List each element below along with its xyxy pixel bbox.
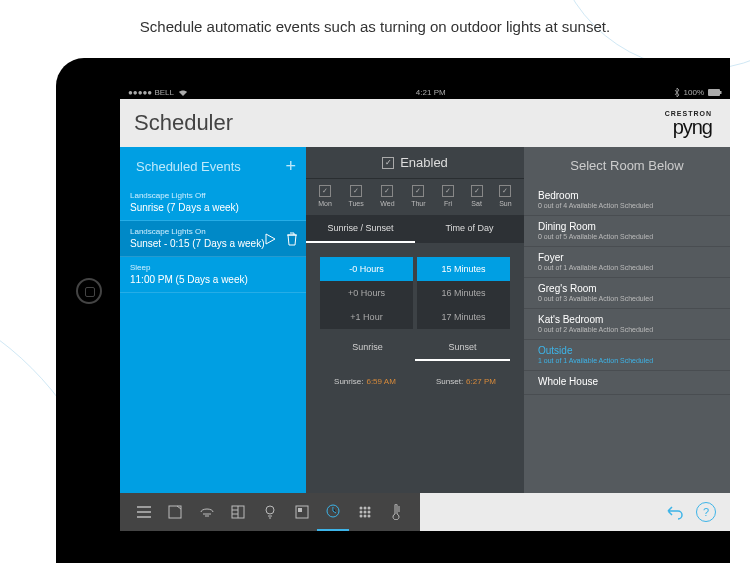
svg-point-8 [359,507,362,510]
day-label: Sat [471,200,483,207]
room-name: Foyer [538,252,716,263]
room-item[interactable]: Whole House [524,371,730,395]
room-detail: 0 out of 2 Available Action Scheduled [538,326,716,333]
day-label: Fri [442,200,454,207]
picker-minute-option[interactable]: 17 Minutes [417,305,510,329]
day-label: Tues [348,200,363,207]
app-screen: Scheduler CRESTRON pyng Scheduled Events… [120,99,730,531]
day-label: Wed [380,200,394,207]
tab-sunset[interactable]: Sunset [415,335,510,361]
delete-icon[interactable] [284,231,300,247]
bottom-toolbar: ? [120,493,730,531]
day-checkbox-tues[interactable]: ✓ [350,185,362,197]
grid-icon[interactable] [349,493,381,531]
thermostat-icon[interactable] [381,493,413,531]
sunset-time: 6:27 PM [466,377,496,386]
rooms-panel-title: Select Room Below [524,147,730,185]
room-detail: 0 out of 1 Available Action Scheduled [538,264,716,271]
event-detail: 11:00 PM (5 Days a week) [130,274,296,285]
rooms-panel: Select Room Below Bedroom 0 out of 4 Ava… [524,147,730,493]
day-checkbox-wed[interactable]: ✓ [381,185,393,197]
room-item[interactable]: Bedroom 0 out of 4 Available Action Sche… [524,185,730,216]
event-item[interactable]: Sleep 11:00 PM (5 Days a week) [120,257,306,293]
menu-button[interactable] [128,493,160,531]
events-panel: Scheduled Events + Landscape Lights Off … [120,147,306,493]
undo-button[interactable] [664,502,686,522]
room-detail: 0 out of 4 Available Action Scheduled [538,202,716,209]
battery-pct: 100% [684,86,704,99]
picker-hour-option[interactable]: +1 Hour [320,305,413,329]
app-header: Scheduler CRESTRON pyng [120,99,730,147]
enabled-checkbox[interactable]: ✓ [382,157,394,169]
lights-icon[interactable] [254,493,286,531]
add-event-button[interactable]: + [285,156,296,177]
svg-point-10 [367,507,370,510]
help-button[interactable]: ? [696,502,716,522]
tablet-home-button[interactable] [76,278,102,304]
room-item[interactable]: Dining Room 0 out of 5 Available Action … [524,216,730,247]
day-checkbox-sat[interactable]: ✓ [471,185,483,197]
room-item[interactable]: Greg's Room 0 out of 3 Available Action … [524,278,730,309]
room-item[interactable]: Kat's Bedroom 0 out of 2 Available Actio… [524,309,730,340]
picker-hour-option[interactable]: +0 Hours [320,281,413,305]
svg-point-4 [266,506,274,514]
room-detail: 0 out of 5 Available Action Scheduled [538,233,716,240]
status-time: 4:21 PM [416,86,446,99]
enabled-label: Enabled [400,155,448,170]
room-name: Kat's Bedroom [538,314,716,325]
day-checkbox-thur[interactable]: ✓ [412,185,424,197]
svg-point-13 [367,511,370,514]
marketing-caption: Schedule automatic events such as turnin… [0,0,750,49]
svg-rect-6 [298,508,302,512]
room-detail: 1 out of 1 Available Action Scheduled [538,357,716,364]
day-checkbox-mon[interactable]: ✓ [319,185,331,197]
svg-rect-1 [720,91,722,94]
event-name: Landscape Lights Off [130,191,296,200]
day-label: Sun [499,200,511,207]
svg-point-15 [363,515,366,518]
room-name: Greg's Room [538,283,716,294]
event-detail: Sunrise (7 Days a week) [130,202,296,213]
event-name: Sleep [130,263,296,272]
room-name: Outside [538,345,716,356]
svg-rect-0 [708,89,720,96]
sunset-label: Sunset: [436,377,463,386]
status-bar: ●●●●● BELL 4:21 PM 100% [120,86,730,99]
scheduler-icon[interactable] [317,493,349,531]
carrier-label: ●●●●● BELL [128,86,174,99]
scene-icon[interactable] [286,493,318,531]
tablet-frame: ●●●●● BELL 4:21 PM 100% Scheduler CRESTR… [56,58,730,563]
time-offset-picker[interactable]: -0 Hours +0 Hours +1 Hour 15 Minutes 16 … [320,257,510,329]
day-checkbox-fri[interactable]: ✓ [442,185,454,197]
bluetooth-icon [674,88,680,97]
room-item[interactable]: Foyer 0 out of 1 Available Action Schedu… [524,247,730,278]
room-detail: 0 out of 3 Available Action Scheduled [538,295,716,302]
svg-point-12 [363,511,366,514]
tab-sunrise[interactable]: Sunrise [320,335,415,361]
room-name: Bedroom [538,190,716,201]
brand-logo: CRESTRON pyng [665,110,712,137]
picker-minute-option[interactable]: 15 Minutes [417,257,510,281]
events-panel-title: Scheduled Events [136,159,241,174]
svg-point-9 [363,507,366,510]
page-title: Scheduler [134,110,233,136]
sunrise-time: 6:59 AM [366,377,395,386]
brand-name: pyng [665,117,712,137]
play-icon[interactable] [262,231,278,247]
picker-hour-option[interactable]: -0 Hours [320,257,413,281]
tab-sunrise-sunset[interactable]: Sunrise / Sunset [306,215,415,243]
room-icon[interactable] [160,493,192,531]
day-checkbox-sun[interactable]: ✓ [499,185,511,197]
day-label: Mon [318,200,332,207]
day-label: Thur [411,200,425,207]
shades-icon[interactable] [223,493,255,531]
days-row: ✓Mon ✓Tues ✓Wed ✓Thur ✓Fri ✓Sat ✓Sun [306,179,524,215]
event-item-selected[interactable]: Landscape Lights On Sunset - 0:15 (7 Day… [120,221,306,257]
sunrise-label: Sunrise: [334,377,363,386]
tab-time-of-day[interactable]: Time of Day [415,215,524,243]
device-icon[interactable] [191,493,223,531]
room-name: Whole House [538,376,716,387]
picker-minute-option[interactable]: 16 Minutes [417,281,510,305]
event-item[interactable]: Landscape Lights Off Sunrise (7 Days a w… [120,185,306,221]
room-item-highlighted[interactable]: Outside 1 out of 1 Available Action Sche… [524,340,730,371]
